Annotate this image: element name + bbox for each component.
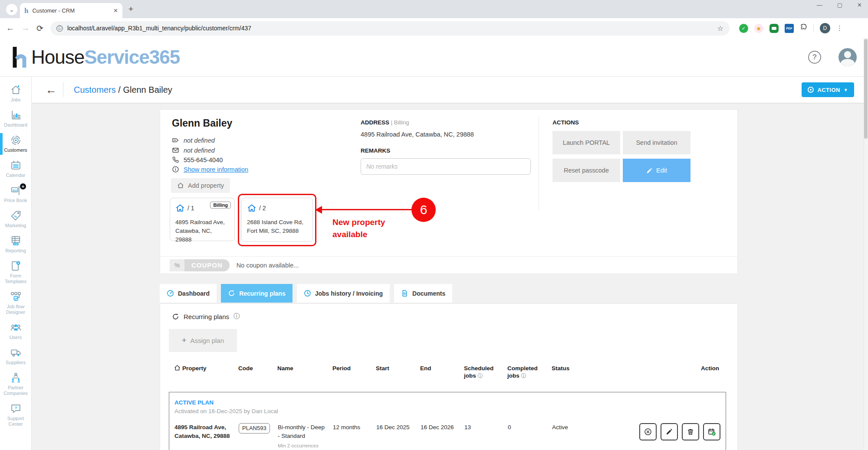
browser-toolbar: ← → ⟳ ⓘ localhost/Laravel/app_R3b1_multi…: [0, 18, 868, 38]
site-info-icon[interactable]: ⓘ: [56, 25, 63, 32]
sidebar-item-job-flow-designer[interactable]: Job flow Designer: [0, 288, 31, 319]
browser-menu-icon[interactable]: ⋮: [836, 24, 843, 32]
table-header: Property Code Name Period Start End Sche…: [169, 365, 726, 380]
logo-h-icon: [11, 45, 30, 69]
cancel-plan-button[interactable]: [639, 423, 657, 440]
percent-icon: %: [170, 259, 184, 271]
add-property-button[interactable]: Add property: [171, 178, 230, 193]
checkmark-extension-icon[interactable]: ✓: [739, 24, 748, 33]
app-logo[interactable]: HouseService365: [11, 45, 180, 69]
sidebar-item-price-book[interactable]: + $10 Price Book: [0, 182, 31, 207]
cell-period: 12 months: [333, 423, 376, 432]
app-header: HouseService365 ?: [0, 38, 868, 77]
cell-end: 16 Dec 2026: [421, 423, 464, 432]
breadcrumb-customers-link[interactable]: Customers: [74, 85, 116, 95]
tab-dashboard[interactable]: Dashboard: [160, 284, 217, 303]
back-icon[interactable]: ←: [6, 23, 14, 33]
sidebar-item-dashboard[interactable]: Dashboard: [0, 106, 31, 131]
customer-email-row: not defined: [172, 147, 215, 154]
browser-profile-avatar[interactable]: D: [820, 23, 830, 33]
tab-recurring-plans[interactable]: Recurring plans: [221, 284, 293, 303]
extensions-puzzle-icon[interactable]: [800, 24, 807, 33]
customers-target-icon: [10, 134, 22, 146]
plan-group-title: ACTIVE PLAN: [174, 399, 726, 406]
reload-icon[interactable]: ⟳: [36, 23, 43, 33]
delete-plan-button[interactable]: [682, 423, 699, 440]
pencil-icon: [646, 167, 653, 174]
property-card-1[interactable]: Billing / 1 4895 Railroad Ave,Catawba, N…: [170, 198, 235, 241]
scrollbar-thumb[interactable]: [864, 39, 868, 139]
cell-property: 4895 Railroad Ave,Catawba, NC, 29888: [174, 423, 239, 440]
info-icon[interactable]: ⓘ: [478, 373, 483, 379]
action-target-icon: [808, 87, 814, 93]
tab-documents[interactable]: Documents: [394, 284, 452, 303]
sidebar-item-marketing[interactable]: % Marketing: [0, 207, 31, 232]
tab-jobs-history[interactable]: Jobs history / Invoicing: [297, 284, 390, 303]
pdf-extension-icon[interactable]: PDF: [785, 24, 794, 33]
edit-plan-button[interactable]: [661, 423, 678, 440]
bookmark-star-icon[interactable]: ☆: [717, 24, 723, 33]
green-extension-icon[interactable]: [769, 24, 779, 33]
plan-group-subtitle: Activated on 16-Dec-2025 by Dan Local: [174, 408, 726, 414]
send-invitation-button[interactable]: Send invitation: [623, 131, 690, 154]
sidebar-item-suppliers[interactable]: Suppliers: [0, 344, 31, 369]
forward-icon[interactable]: →: [21, 23, 30, 33]
sidebar-item-users[interactable]: Users: [0, 319, 31, 344]
sidebar-item-support-center[interactable]: ? Support Center: [0, 400, 31, 430]
launch-portal-button[interactable]: Launch PORTAL: [552, 131, 620, 154]
info-icon[interactable]: ⓘ: [233, 313, 240, 320]
assign-plan-button[interactable]: +Assign plan: [169, 329, 237, 352]
minimize-icon[interactable]: —: [817, 2, 822, 8]
ribbon-extension-icon[interactable]: ◉: [754, 24, 763, 33]
url-bar[interactable]: ⓘ localhost/Laravel/app_R3b1_multi_tenan…: [50, 21, 730, 36]
col-period: Period: [332, 365, 376, 372]
scrollbar[interactable]: [864, 38, 868, 450]
user-avatar[interactable]: [838, 48, 857, 66]
new-tab-button[interactable]: +: [128, 4, 133, 14]
col-status: Status: [552, 365, 638, 372]
calendar-icon: [10, 160, 22, 171]
cell-status: Active: [552, 423, 639, 432]
help-icon[interactable]: ?: [808, 51, 821, 64]
col-start: Start: [376, 365, 420, 372]
info-icon[interactable]: ⓘ: [521, 373, 526, 379]
col-name: Name: [277, 365, 332, 372]
tab-close-icon[interactable]: ✕: [113, 7, 118, 14]
cell-start: 16 Dec 2025: [376, 423, 421, 432]
screen: ⌄ h Customer - CRM ✕ + — ▢ ✕ ← → ⟳ ⓘ loc…: [0, 0, 868, 450]
trash-icon: [686, 427, 695, 436]
sidebar-item-jobs[interactable]: Jobs: [0, 81, 31, 106]
refresh-icon: [228, 290, 235, 297]
url-text[interactable]: localhost/Laravel/app_R3b1_multi_tenancy…: [67, 25, 713, 32]
new-property-highlight-box: [238, 194, 316, 246]
remarks-input[interactable]: [361, 158, 531, 175]
property-address: 4895 Railroad Ave,Catawba, NC, 29888: [175, 218, 229, 244]
sidebar-item-form-templates[interactable]: Form Templates: [0, 257, 31, 288]
tag-icon: [172, 137, 179, 144]
coupon-row: % COUPON No coupon available...: [160, 256, 737, 274]
chevron-down-icon: ▼: [844, 88, 848, 92]
schedule-plan-button[interactable]: [703, 423, 720, 440]
actions-label: ACTIONS: [552, 119, 690, 126]
tab-favicon-icon: h: [24, 7, 28, 15]
tab-search-button[interactable]: ⌄: [6, 4, 17, 15]
page-back-icon[interactable]: ←: [39, 83, 63, 97]
reset-passcode-button[interactable]: Reset passcode: [552, 159, 620, 182]
action-button[interactable]: ACTION ▼: [802, 82, 854, 97]
sidebar-item-partner-companies[interactable]: Partner Companies: [0, 369, 31, 400]
maximize-icon[interactable]: ▢: [837, 2, 842, 8]
col-end: End: [420, 365, 464, 372]
col-scheduled: Scheduled jobs ⓘ: [464, 365, 507, 380]
close-icon[interactable]: ✕: [857, 2, 862, 8]
svg-text:CSV: CSV: [14, 243, 18, 245]
show-more-link[interactable]: Show more information: [184, 166, 248, 173]
sidebar-item-customers[interactable]: Customers: [0, 131, 31, 157]
logo-text: HouseService365: [31, 46, 180, 68]
form-templates-icon: [10, 260, 22, 272]
sidebar-item-calendar[interactable]: Calendar: [0, 157, 31, 182]
col-action: Action: [638, 365, 721, 372]
sidebar-item-reporting[interactable]: CSV Reporting: [0, 232, 31, 257]
edit-button[interactable]: Edit: [623, 159, 690, 182]
quick-add-icon[interactable]: +: [20, 183, 26, 189]
browser-tab[interactable]: h Customer - CRM ✕: [20, 3, 122, 18]
